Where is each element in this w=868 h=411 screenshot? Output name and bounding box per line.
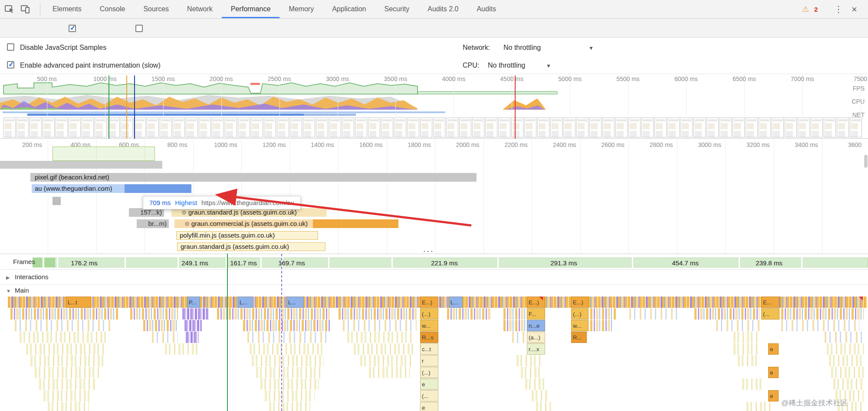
filmstrip-frame[interactable] bbox=[368, 117, 380, 137]
tab-console[interactable]: Console bbox=[91, 0, 135, 18]
main-flame-chart[interactable]: L...tP...L...L...E...)L...E...)E...)E...… bbox=[0, 297, 868, 411]
scrollbar-thumb[interactable] bbox=[864, 155, 868, 168]
tab-performance[interactable]: Performance bbox=[222, 0, 280, 18]
filmstrip-frame[interactable] bbox=[472, 117, 484, 137]
filmstrip-frame[interactable] bbox=[459, 117, 471, 137]
warning-count[interactable]: 2 bbox=[814, 0, 818, 19]
filmstrip-frame[interactable] bbox=[785, 117, 797, 137]
flame-block[interactable]: e bbox=[420, 378, 438, 390]
flame-block[interactable]: (...) bbox=[571, 308, 589, 320]
filmstrip-frame[interactable] bbox=[238, 117, 250, 137]
filmstrip-frame[interactable] bbox=[342, 117, 354, 137]
filmstrip-frame[interactable] bbox=[212, 117, 224, 137]
close-icon[interactable]: × bbox=[852, 0, 857, 19]
flame-block[interactable]: e bbox=[768, 367, 779, 378]
flame-block[interactable]: L...t bbox=[66, 297, 91, 308]
filmstrip-frame[interactable] bbox=[355, 117, 367, 137]
flame-block[interactable]: L... bbox=[449, 297, 463, 308]
filmstrip-frame[interactable] bbox=[173, 117, 185, 137]
filmstrip-frame[interactable] bbox=[576, 117, 589, 137]
filmstrip-frame[interactable] bbox=[733, 117, 745, 137]
filmstrip-frame[interactable] bbox=[537, 117, 549, 137]
filmstrip-frame[interactable] bbox=[485, 117, 497, 137]
filmstrip-frame[interactable] bbox=[707, 117, 719, 137]
filmstrip-frame[interactable] bbox=[407, 117, 419, 137]
filmstrip-frame[interactable] bbox=[511, 117, 523, 137]
filmstrip-frame[interactable] bbox=[498, 117, 510, 137]
network-queue-bar[interactable]: 157...k) bbox=[129, 208, 164, 217]
inspect-element-icon[interactable] bbox=[4, 4, 15, 16]
filmstrip-frame[interactable] bbox=[550, 117, 562, 137]
flame-block[interactable]: (a...) bbox=[527, 332, 545, 343]
chevron-down-icon[interactable]: ▼ bbox=[6, 288, 11, 294]
filmstrip-frame[interactable] bbox=[69, 117, 81, 137]
filmstrip-frame[interactable] bbox=[30, 117, 42, 137]
tab-memory[interactable]: Memory bbox=[279, 0, 323, 18]
filmstrip-frame[interactable] bbox=[589, 117, 602, 137]
filmstrip-frame[interactable] bbox=[602, 117, 615, 137]
tab-network[interactable]: Network bbox=[178, 0, 222, 18]
filmstrip-frame[interactable] bbox=[654, 117, 667, 137]
filmstrip-frame[interactable] bbox=[225, 117, 237, 137]
filmstrip-frame[interactable] bbox=[251, 117, 263, 137]
filmstrip-frame[interactable] bbox=[329, 117, 341, 137]
network-request-bar-solid[interactable] bbox=[313, 219, 398, 228]
filmstrip-frame[interactable] bbox=[134, 117, 146, 137]
filmstrip-frame[interactable] bbox=[524, 117, 536, 137]
tab-audits[interactable]: Audits bbox=[467, 0, 505, 18]
filmstrip-frame[interactable] bbox=[746, 117, 758, 137]
flame-block[interactable]: n...e bbox=[527, 320, 545, 331]
tab-audits-2-0[interactable]: Audits 2.0 bbox=[418, 0, 467, 18]
filmstrip-frame[interactable] bbox=[147, 117, 159, 137]
filmstrip-frame[interactable] bbox=[199, 117, 211, 137]
filmstrip-frame[interactable] bbox=[303, 117, 315, 137]
filmstrip-frame[interactable] bbox=[667, 117, 680, 137]
filmstrip-frame[interactable] bbox=[824, 117, 836, 137]
flame-block[interactable]: E... bbox=[761, 297, 779, 308]
filmstrip-frame[interactable] bbox=[264, 117, 276, 137]
filmstrip-frame[interactable] bbox=[772, 117, 784, 137]
flame-block[interactable]: e bbox=[768, 343, 779, 355]
filmstrip-frame[interactable] bbox=[95, 117, 107, 137]
flame-block[interactable]: w... bbox=[420, 320, 438, 331]
flame-block[interactable]: e bbox=[768, 390, 779, 401]
filmstrip-frame[interactable] bbox=[720, 117, 732, 137]
network-bar[interactable] bbox=[0, 161, 162, 169]
warning-icon[interactable]: ⚠ bbox=[802, 0, 809, 19]
flame-block[interactable]: P... bbox=[187, 297, 200, 308]
main-section-header[interactable]: ▼ Main bbox=[0, 285, 868, 297]
cpu-throttle-select[interactable]: No throttling bbox=[488, 60, 525, 71]
tab-security[interactable]: Security bbox=[375, 0, 418, 18]
flame-block[interactable]: c...t bbox=[420, 343, 438, 355]
advanced-paint-checkbox[interactable] bbox=[7, 61, 14, 68]
flame-block[interactable]: E...) bbox=[420, 297, 438, 308]
filmstrip-frame[interactable] bbox=[759, 117, 771, 137]
flame-block[interactable]: R...s bbox=[420, 332, 438, 343]
filmstrip-frame[interactable] bbox=[186, 117, 198, 137]
filmstrip-frame[interactable] bbox=[160, 117, 172, 137]
filmstrip-frame[interactable] bbox=[837, 117, 849, 137]
flame-block[interactable]: r....x bbox=[527, 343, 545, 355]
filmstrip-frame[interactable] bbox=[290, 117, 302, 137]
filmstrip-frame[interactable] bbox=[811, 117, 823, 137]
screenshots-checkbox[interactable] bbox=[69, 25, 76, 32]
flame-block[interactable]: (...) bbox=[420, 367, 438, 378]
filmstrip-frame[interactable] bbox=[16, 117, 29, 137]
flame-block[interactable]: E...) bbox=[571, 297, 589, 308]
device-toolbar-icon[interactable] bbox=[20, 4, 31, 16]
flame-block[interactable]: L... bbox=[286, 297, 304, 308]
flame-block[interactable]: w... bbox=[571, 320, 589, 331]
disable-js-samples-checkbox[interactable] bbox=[7, 43, 14, 51]
frame-segment[interactable] bbox=[44, 258, 55, 267]
cpu-select-arrow-icon[interactable]: ▼ bbox=[546, 60, 551, 71]
tab-sources[interactable]: Sources bbox=[134, 0, 178, 18]
more-options-icon[interactable]: ⋮ bbox=[834, 0, 843, 19]
filmstrip-frame[interactable] bbox=[628, 117, 641, 137]
network-request-bar-solid[interactable] bbox=[125, 184, 191, 193]
flame-block[interactable]: r bbox=[420, 355, 438, 366]
network-select-arrow-icon[interactable]: ▼ bbox=[589, 42, 594, 53]
range-selection[interactable] bbox=[53, 147, 155, 161]
filmstrip-frame[interactable] bbox=[694, 117, 706, 137]
flame-block[interactable]: (...) bbox=[420, 308, 438, 320]
tab-elements[interactable]: Elements bbox=[43, 0, 91, 18]
